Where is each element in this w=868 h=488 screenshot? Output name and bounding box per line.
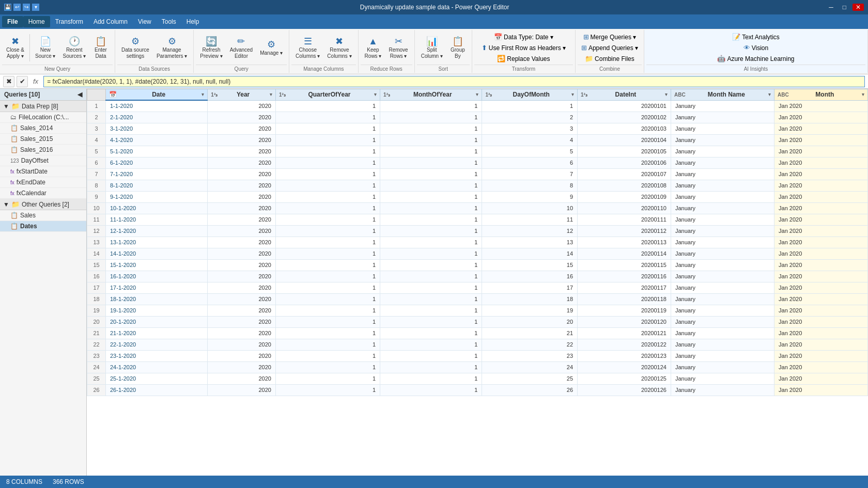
menu-view[interactable]: View [133,16,157,27]
row-num-cell: 17 [87,282,106,293]
maximize-btn[interactable]: □ [840,4,849,11]
keep-rows-button[interactable]: ▲ KeepRows ▾ [362,35,385,61]
advanced-editor-button[interactable]: ✏ AdvancedEditor [227,35,256,61]
sales2014-icon: 📋 [10,124,18,132]
dateint-col-dropdown[interactable]: ▾ [665,92,668,97]
ribbon-content: ✖ Close &Apply ▾ 📄 NewSource ▾ 🕐 RecentS… [0,29,868,74]
monthname-col-label: Month Name [708,91,745,98]
data-type-button[interactable]: 📅 Data Type: Date ▾ [491,32,556,42]
table-row: 1 1-1-2020 2020 1 1 1 20200101 January J… [87,100,868,112]
col-header-qoy[interactable]: 1²₃ QuarterOfYear ▾ [275,89,380,101]
close-apply-button[interactable]: ✖ Close &Apply ▾ [3,35,27,61]
monthname-col-dropdown[interactable]: ▾ [768,92,771,97]
manage-parameters-button[interactable]: ⚙ ManageParameters ▾ [153,35,190,61]
month-cell: Jan 2020 [774,316,868,327]
query-buttons: 🔄 RefreshPreview ▾ ✏ AdvancedEditor ⚙ Ma… [196,31,287,65]
sidebar-group-other[interactable]: ▼ 📁 Other Queries [2] [0,199,86,210]
text-analytics-button[interactable]: 📝 Text Analytics [730,32,782,42]
menu-home[interactable]: Home [23,16,50,27]
row-num-cell: 8 [87,180,106,191]
year-cell: 2020 [208,248,276,259]
vision-button[interactable]: 👁 Vision [741,43,771,53]
col-header-moy[interactable]: 1²₃ MonthOfYear ▾ [380,89,482,101]
group-by-button[interactable]: 📋 GroupBy [447,35,469,61]
dom-cell: 17 [482,282,578,293]
formula-input[interactable] [43,76,865,87]
qoy-cell: 1 [275,157,380,168]
sidebar-item-sales2016[interactable]: 📋 Sales_2016 [0,145,86,155]
data-grid-container[interactable]: 📅 Date ▾ 1²₃ Year ▾ [87,89,868,476]
col-header-month[interactable]: ABC Month ▾ [774,89,868,101]
save-icon[interactable]: 💾 [4,4,11,11]
year-cell: 2020 [208,180,276,191]
remove-rows-button[interactable]: ✂ RemoveRows ▾ [385,35,411,61]
merge-queries-button[interactable]: ⊞ Merge Queries ▾ [581,32,639,42]
qoy-col-dropdown[interactable]: ▾ [374,92,377,97]
sidebar-group-dataprep[interactable]: ▼ 📁 Data Prep [8] [0,101,86,112]
transform-group-label: Transform [474,65,573,72]
window-buttons[interactable]: ─ □ ✕ [826,4,864,11]
sidebar-item-fxcalendar[interactable]: fx fxCalendar [0,188,86,199]
split-column-button[interactable]: 📊 SplitColumn ▾ [418,35,446,61]
advanced-editor-label: AdvancedEditor [230,47,253,59]
redo-icon[interactable]: ↪ [23,4,30,11]
data-source-settings-button[interactable]: ⚙ Data sourcesettings [118,35,152,61]
menu-help[interactable]: Help [181,16,205,27]
recent-sources-button[interactable]: 🕐 RecentSources ▾ [59,35,88,61]
sidebar-item-sales2014[interactable]: 📋 Sales_2014 [0,123,86,134]
col-header-monthname[interactable]: ABC Month Name ▾ [671,89,774,101]
menu-tools[interactable]: Tools [157,16,181,27]
menu-transform[interactable]: Transform [50,16,88,27]
dateint-cell: 20200126 [578,384,671,396]
col-header-date[interactable]: 📅 Date ▾ [106,89,208,101]
col-header-dom[interactable]: 1²₃ DayOfMonth ▾ [482,89,578,101]
undo-icon[interactable]: ↩ [13,4,21,11]
enter-data-button[interactable]: 📋 EnterData [90,35,112,61]
formula-cancel-button[interactable]: ✖ [3,76,14,87]
sidebar-item-sales[interactable]: 📋 Sales [0,210,86,221]
row-num-cell: 21 [87,327,106,339]
choose-columns-button[interactable]: ☰ ChooseColumns ▾ [292,35,323,61]
minimize-btn[interactable]: ─ [826,4,836,11]
month-col-dropdown[interactable]: ▾ [862,92,864,97]
moy-cell: 1 [380,100,482,112]
menu-icon[interactable]: ▾ [32,4,39,11]
formula-confirm-button[interactable]: ✔ [17,76,28,87]
dom-col-dropdown[interactable]: ▾ [571,92,574,97]
col-header-year[interactable]: 1²₃ Year ▾ [208,89,276,101]
refresh-preview-button[interactable]: 🔄 RefreshPreview ▾ [197,35,225,61]
sidebar-item-fxstartdate[interactable]: fx fxStartDate [0,166,86,177]
manage-button[interactable]: ⚙ Manage ▾ [257,38,286,58]
dom-cell: 9 [482,191,578,202]
close-btn[interactable]: ✕ [853,4,864,11]
sort-group-label: Sort [417,65,470,72]
row-num-cell: 5 [87,146,106,157]
date-cell: 6-1-2020 [106,157,208,168]
sidebar-item-dayoffset[interactable]: 123 DayOffset [0,155,86,166]
month-cell: Jan 2020 [774,123,868,134]
window-controls[interactable]: 💾 ↩ ↪ ▾ [4,4,39,11]
col-header-dateint[interactable]: 1²₃ DateInt ▾ [578,89,671,101]
new-source-button[interactable]: 📄 NewSource ▾ [32,35,58,61]
sidebar-item-fxenddate[interactable]: fx fxEndDate [0,177,86,188]
menu-file[interactable]: File [2,16,23,27]
monthname-cell: January [671,293,774,305]
azure-ml-button[interactable]: 🤖 Azure Machine Learning [715,54,797,64]
qoy-cell: 1 [275,361,380,373]
combine-files-button[interactable]: 📁 Combine Files [582,54,637,64]
append-queries-button[interactable]: ⊞ Append Queries ▾ [579,43,641,53]
sidebar-item-sales2015[interactable]: 📋 Sales_2015 [0,134,86,145]
date-col-icon: 📅 [109,91,117,98]
replace-values-button[interactable]: 🔁 Replace Values [494,54,552,64]
sidebar-collapse-btn[interactable]: ◀ [78,91,82,98]
use-first-row-button[interactable]: ⬆ Use First Row as Headers ▾ [479,43,568,53]
ribbon-group-sort: 📊 SplitColumn ▾ 📋 GroupBy Sort [415,30,472,73]
date-col-dropdown[interactable]: ▾ [202,92,204,97]
sidebar-item-filelocation[interactable]: 🗂 FileLocation (C:\... [0,112,86,123]
year-col-dropdown[interactable]: ▾ [270,92,272,97]
date-cell: 9-1-2020 [106,191,208,202]
sidebar-item-dates[interactable]: 📋 Dates [0,221,86,232]
moy-col-dropdown[interactable]: ▾ [476,92,478,97]
remove-columns-button[interactable]: ✖ RemoveColumns ▾ [324,35,354,61]
menu-add-column[interactable]: Add Column [88,16,133,27]
